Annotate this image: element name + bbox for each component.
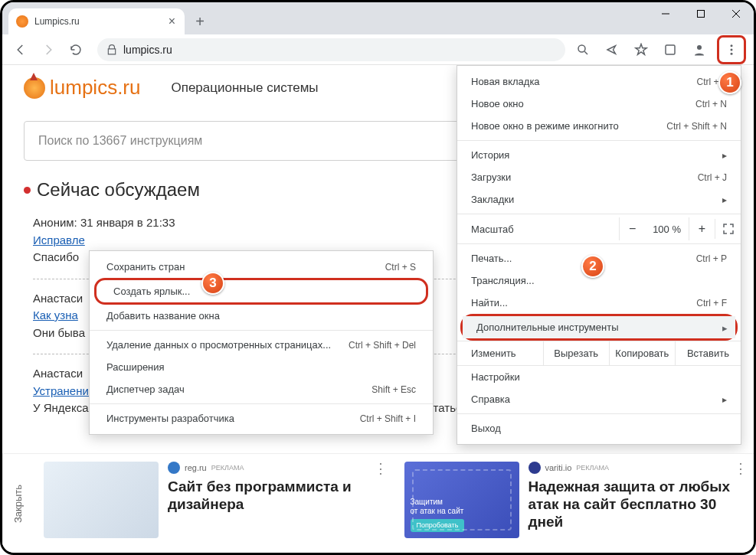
svg-point-10 (731, 52, 733, 54)
menu-new-tab[interactable]: Новая вкладкаCtrl + T (457, 70, 741, 93)
svg-point-8 (731, 44, 733, 47)
red-dot-icon (24, 187, 31, 194)
paste-button[interactable]: Вставить (675, 341, 741, 365)
menu-edit-row: Изменить Вырезать Копировать Вставить (457, 341, 741, 366)
share-icon[interactable] (601, 38, 623, 61)
menu-bookmarks[interactable]: Закладки▸ (457, 188, 741, 211)
annotation-badge-2: 2 (581, 255, 604, 278)
menu-more-tools[interactable]: Дополнительные инструменты (463, 316, 735, 338)
zoom-plus-button[interactable]: + (689, 217, 715, 240)
ad-title: Надежная защита от любых атак на сайт бе… (529, 478, 745, 531)
forward-button[interactable] (38, 39, 59, 60)
comment-link[interactable]: Как узна (33, 309, 78, 322)
main-menu: Новая вкладкаCtrl + T Новое окноCtrl + N… (457, 65, 741, 445)
edit-label: Изменить (457, 341, 543, 365)
tab-favicon (16, 15, 28, 28)
extensions-icon[interactable] (659, 38, 682, 61)
menu-exit[interactable]: Выход (457, 417, 741, 439)
logo-text: lumpics.ru (50, 76, 140, 100)
address-toolbar: lumpics.ru (2, 34, 754, 65)
ad-title: Сайт без программиста и дизайнера (168, 478, 385, 514)
annotation-badge-1: 1 (718, 71, 741, 94)
menu-incognito[interactable]: Новое окно в режиме инкогнитоCtrl + Shif… (457, 115, 741, 137)
annotation-badge-3: 3 (201, 272, 224, 295)
ad-image: Защитимот атак на сайтПопробовать (404, 462, 519, 538)
close-tab-icon[interactable]: × (169, 15, 175, 28)
url-text: lumpics.ru (123, 44, 172, 56)
tab-title: Lumpics.ru (34, 16, 80, 27)
svg-rect-6 (666, 45, 675, 54)
more-tools-submenu: Сохранить странCtrl + S Создать ярлык...… (89, 250, 434, 435)
zoom-value: 100 % (645, 224, 689, 235)
fullscreen-icon[interactable] (715, 219, 741, 239)
menu-zoom-row: Масштаб − 100 % + (457, 217, 741, 240)
ad-image (44, 462, 159, 538)
menu-settings[interactable]: Настройки (457, 366, 741, 388)
window-titlebar: Lumpics.ru × + (2, 2, 754, 34)
back-button[interactable] (10, 39, 31, 60)
site-logo[interactable]: lumpics.ru (24, 76, 140, 100)
menu-history[interactable]: История▸ (457, 144, 741, 166)
menu-help[interactable]: Справка▸ (457, 388, 741, 410)
ad-favicon (168, 462, 180, 474)
browser-tab[interactable]: Lumpics.ru × (8, 8, 185, 34)
ad-banner-row: Закрыть reg.ru РЕКЛАМА Сайт без программ… (2, 453, 754, 553)
svg-point-7 (697, 45, 702, 50)
reload-button[interactable] (65, 39, 87, 60)
submenu-task-manager[interactable]: Диспетчер задачShift + Esc (90, 378, 433, 400)
submenu-dev-tools[interactable]: Инструменты разработчикаCtrl + Shift + I (90, 407, 433, 429)
close-ads-button[interactable]: Закрыть (2, 454, 33, 553)
ad-options-icon[interactable]: ⋮ (374, 460, 388, 477)
menu-find[interactable]: Найти...Ctrl + F (457, 292, 741, 314)
cut-button[interactable]: Вырезать (543, 341, 609, 365)
submenu-extensions[interactable]: Расширения (90, 356, 433, 378)
new-tab-button[interactable]: + (189, 11, 211, 32)
svg-point-4 (578, 45, 585, 52)
kebab-menu-icon[interactable] (720, 38, 743, 61)
logo-icon (24, 77, 45, 99)
ad-options-icon[interactable]: ⋮ (734, 460, 748, 477)
copy-button[interactable]: Копировать (609, 341, 675, 365)
submenu-clear-data[interactable]: Удаление данных о просмотренных страница… (90, 334, 433, 356)
nav-os-link[interactable]: Операционные системы (171, 80, 318, 96)
chevron-right-icon: ▸ (722, 322, 728, 333)
menu-downloads[interactable]: ЗагрузкиCtrl + J (457, 166, 741, 188)
minimize-button[interactable] (648, 2, 683, 25)
submenu-name-window[interactable]: Добавить название окна (90, 305, 433, 327)
svg-line-5 (584, 51, 587, 54)
svg-rect-1 (698, 11, 705, 18)
submenu-create-shortcut[interactable]: Создать ярлык... (97, 280, 426, 302)
maximize-button[interactable] (683, 2, 718, 25)
submenu-save-page[interactable]: Сохранить странCtrl + S (90, 256, 433, 278)
svg-point-9 (731, 48, 733, 51)
lock-icon (106, 44, 117, 55)
ad-card[interactable]: reg.ru РЕКЛАМА Сайт без программиста и д… (34, 454, 394, 553)
comment-link[interactable]: Исправле (33, 233, 85, 246)
profile-icon[interactable] (688, 38, 711, 61)
search-icon[interactable] (571, 38, 594, 61)
zoom-minus-button[interactable]: − (619, 217, 645, 240)
address-bar[interactable]: lumpics.ru (97, 38, 565, 61)
ad-favicon (529, 462, 541, 474)
bookmark-star-icon[interactable] (630, 38, 653, 61)
ad-card[interactable]: Защитимот атак на сайтПопробовать variti… (395, 454, 754, 553)
menu-new-window[interactable]: Новое окноCtrl + N (457, 93, 741, 115)
close-window-button[interactable] (718, 2, 754, 25)
